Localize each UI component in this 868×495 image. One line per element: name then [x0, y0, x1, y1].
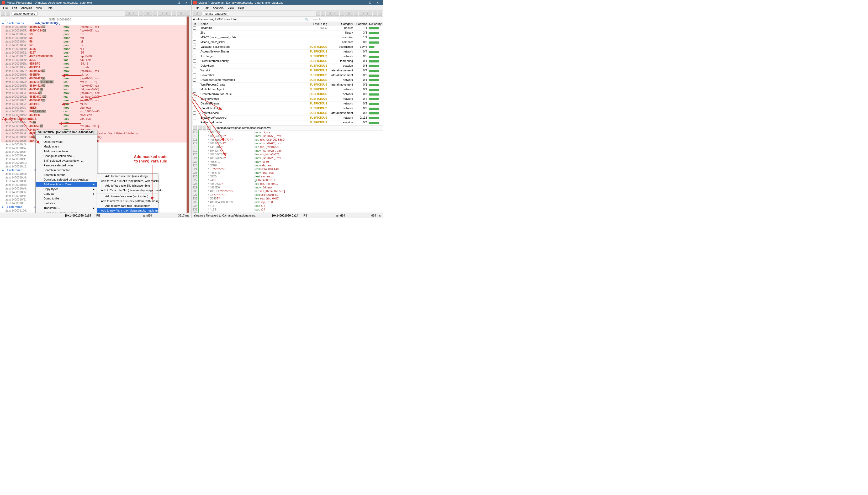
minimize-button[interactable]: —: [168, 1, 175, 4]
back-icon[interactable]: [1, 12, 5, 16]
column-header[interactable]: Patterns: [354, 22, 368, 26]
rule-row[interactable]: WscriptSUSPICIOUSlateral movement0/7: [192, 68, 383, 73]
menu-item[interactable]: Change selection size ...: [36, 154, 97, 158]
tool10-icon[interactable]: [177, 12, 181, 16]
disasm-line[interactable]: ▸3 referencessub_140001050() {: [1, 21, 190, 25]
disasm-line[interactable]: .text 140001062:4881EC88000000subrsp, 0x…: [1, 54, 190, 58]
menu-file[interactable]: File: [193, 6, 202, 10]
rule-checkbox[interactable]: [193, 45, 196, 49]
disasm-line[interactable]: .text 140001050:4889542410mov[rsp+0x10],…: [1, 25, 190, 29]
disasm-line[interactable]: .text 14000105b:55pushrbp: [1, 36, 190, 40]
file-tab[interactable]: snake_eater.exe: [12, 12, 37, 16]
menu-item[interactable]: Search in current file: [36, 168, 97, 172]
disasm-line[interactable]: .text 14000106e:488BDAmovrbx, rdx: [1, 65, 190, 69]
tool11-icon[interactable]: [181, 12, 186, 16]
disasm-line[interactable]: .text 14000105d:57pushrdi: [1, 43, 190, 47]
rtool6-icon[interactable]: [349, 12, 353, 16]
rule-checkbox[interactable]: [193, 111, 196, 115]
menu-edit[interactable]: Edit: [10, 6, 19, 10]
rule-checkbox[interactable]: [193, 31, 196, 34]
menu-help[interactable]: Help: [44, 6, 55, 10]
disasm-line[interactable]: .text 140001088:448D4058lear8d, [rax+0x5…: [1, 87, 190, 91]
minimize-button[interactable]: —: [359, 1, 367, 4]
disasm-line[interactable]: .text 14000105c:56pushrsi: [1, 40, 190, 43]
yara-tool2-icon[interactable]: [198, 126, 202, 130]
menu-item[interactable]: Open (new tab): [36, 139, 97, 144]
menu-item[interactable]: Dump to file ...: [36, 196, 97, 201]
menu-item[interactable]: Magic mask: [36, 144, 97, 149]
nav-back-icon[interactable]: [125, 12, 129, 16]
rule-row[interactable]: MiningProtocolSUSPICIOUSnetwork0/4: [192, 97, 383, 102]
menubar[interactable]: FileEditAnalysisViewHelp: [0, 5, 191, 11]
rule-row[interactable]: DelayBatchSUSPICIOUSevasion0/3: [192, 64, 383, 68]
disasm-line[interactable]: .text 140001071:4889442450mov[rsp+0x50],…: [1, 69, 190, 73]
rule-checkbox[interactable]: [193, 50, 196, 53]
submenu-item[interactable]: Add to Yara rule Zlib (ascii string): [97, 174, 158, 178]
rule-checkbox[interactable]: [193, 40, 196, 44]
tool8-icon[interactable]: [167, 12, 171, 16]
rule-row[interactable]: LowerInternetSecuritySUSPICIOUStampering…: [192, 59, 383, 64]
rule-row[interactable]: MSVC (msvc_general_x64)compiler1/1: [192, 35, 383, 40]
disasm-line[interactable]: .text 140001092:488D4C2420learcx, [rsp+0…: [1, 95, 190, 99]
rule-row[interactable]: MultipleUserAgentSUSPICIOUSnetwork0/1: [192, 87, 383, 92]
rule-row[interactable]: WmiProcessCreateSUSPICIOUSlateral moveme…: [192, 83, 383, 87]
disasm-line[interactable]: .text 1400010ab:7426mov: [1, 120, 190, 124]
disasm-line[interactable]: .text 140001069:33C0xoreax, eax: [1, 58, 190, 62]
rule-checkbox[interactable]: [193, 26, 196, 30]
column-header[interactable]: Hit: [192, 22, 199, 26]
rule-row[interactable]: DownloadUsingPowershellSUSPICIOUSnetwork…: [192, 78, 383, 83]
menu-item[interactable]: Statistics: [36, 201, 97, 205]
rtool2-icon[interactable]: [330, 12, 334, 16]
rtool7-icon[interactable]: [354, 12, 358, 16]
disasm-line[interactable]: .text 140001085:4889442460mov[rsp+0x60],…: [1, 84, 190, 87]
menu-view[interactable]: View: [226, 6, 236, 10]
disasm-line[interactable]: .text 140001055:48894C2408mov[rsp+0x08],…: [1, 29, 190, 32]
menu-item[interactable]: Add user annotation ...: [36, 149, 97, 154]
rule-row[interactable]: AccessNetworkSharesSUSPICIOUSnetwork0/4: [192, 50, 383, 54]
submenu-item[interactable]: Add to Yara rule Zlib (hex pattern, with…: [97, 178, 158, 183]
rule-row[interactable]: Zliblibrary3/3: [192, 31, 383, 35]
tool9-icon[interactable]: [172, 12, 176, 16]
disasm-line[interactable]: .text 140001076:488BF9movrdi, rcx: [1, 73, 190, 76]
disasm-line[interactable]: .text 14000109c:498BF1movrsi, r9: [1, 102, 190, 106]
maximize-button[interactable]: ☐: [175, 1, 183, 4]
menu-item[interactable]: Open: [36, 135, 97, 139]
rtool11-icon[interactable]: [373, 12, 377, 16]
disasm-line[interactable]: .text 1400010a6:448BF8movr15d, eax: [1, 113, 190, 117]
disasm-line[interactable]: .text 1400010a1:E89A990000callloc_14000a…: [1, 109, 190, 113]
submenu-item[interactable]: Add to Yara rule Zlib (disassembly, magi…: [97, 188, 158, 193]
close-button[interactable]: ✕: [183, 1, 190, 4]
disasm-line[interactable]: .text 14000105a:53pushrbx: [1, 32, 190, 36]
tool4-icon[interactable]: [148, 12, 153, 16]
yara-code[interactable]: * 488BF9| mov rdi, rcx * 48894424??| mov…: [199, 131, 375, 212]
menu-file[interactable]: File: [1, 6, 10, 10]
back-icon[interactable]: [193, 12, 197, 16]
tool3-icon[interactable]: [143, 12, 148, 16]
yara-tool4-icon[interactable]: [207, 126, 211, 130]
minimap[interactable]: [187, 17, 189, 212]
rtool12-icon[interactable]: [378, 12, 382, 16]
rtool8-icon[interactable]: [359, 12, 363, 16]
submenu-item[interactable]: Add to new Yara rule (disassembly, magic…: [97, 208, 158, 212]
column-header[interactable]: Category: [328, 22, 354, 26]
menu-analysis[interactable]: Analysis: [19, 6, 34, 10]
menu-item[interactable]: Search in corpus: [36, 172, 97, 177]
rule-checkbox[interactable]: [193, 59, 196, 63]
rule-checkbox[interactable]: [193, 64, 196, 67]
context-submenu[interactable]: Add to Yara rule Zlib (ascii string)Add …: [97, 173, 158, 212]
fwd-icon[interactable]: [197, 12, 202, 16]
tool12-icon[interactable]: [186, 12, 190, 16]
search-input[interactable]: [310, 17, 381, 21]
nav-back-icon[interactable]: [316, 12, 320, 16]
tool6-icon[interactable]: [158, 12, 162, 16]
rules-table[interactable]: HitNameLevel / TagCategoryPatternsReliab…: [192, 22, 383, 125]
file-tab[interactable]: snake_eater.exe: [203, 12, 229, 16]
yara-tool1-icon[interactable]: [193, 126, 197, 130]
menubar[interactable]: FileEditAnalysisViewHelp: [192, 5, 383, 11]
submenu-item[interactable]: Add to Yara rule Zlib (disassembly): [97, 183, 158, 188]
menu-edit[interactable]: Edit: [202, 6, 211, 10]
menu-item[interactable]: Download selected url and Analyze: [36, 177, 97, 182]
rule-row[interactable]: TorUsageSUSPICIOUSnetwork0/5: [192, 54, 383, 59]
rule-checkbox[interactable]: [193, 78, 196, 82]
menu-view[interactable]: View: [34, 6, 45, 10]
